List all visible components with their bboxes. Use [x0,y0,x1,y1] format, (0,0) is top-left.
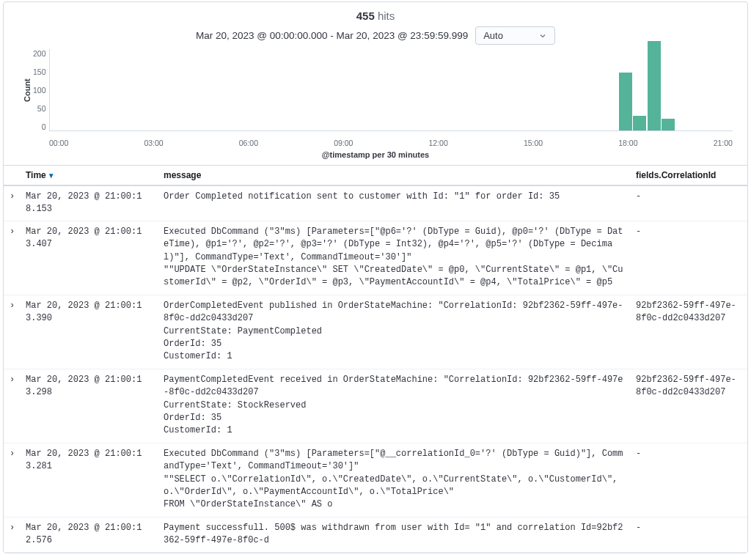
cell-message: PaymentCompletedEvent received in OrderS… [158,369,630,443]
table-row: ›Mar 20, 2023 @ 21:00:13.407Executed DbC… [4,221,747,295]
expand-row-toggle[interactable]: › [4,295,20,369]
y-axis-title: Count [21,49,33,131]
cell-time: Mar 20, 2023 @ 21:00:13.407 [20,221,158,295]
x-axis-title: @timestamp per 30 minutes [4,147,747,165]
table-row: ›Mar 20, 2023 @ 21:00:13.281Executed DbC… [4,443,747,517]
col-expand-header [4,166,20,186]
col-correlation-header[interactable]: fields.CorrelationId [630,166,747,186]
x-axis-ticks: 00:00 03:00 06:00 09:00 12:00 15:00 18:0… [4,136,747,147]
expand-row-toggle[interactable]: › [4,221,20,295]
expand-row-toggle[interactable]: › [4,185,20,221]
date-range: Mar 20, 2023 @ 00:00:00.000 - Mar 20, 20… [196,30,468,41]
table-row: ›Mar 20, 2023 @ 21:00:13.298PaymentCompl… [4,369,747,443]
chevron-down-icon [538,32,547,40]
interval-select[interactable]: Auto [475,26,555,45]
cell-time: Mar 20, 2023 @ 21:00:12.576 [20,517,158,552]
cell-correlation: 92bf2362-59ff-497e-8f0c-dd2c0433d207 [630,369,747,443]
cell-correlation: - [630,221,747,295]
histogram-chart[interactable]: Count 200 150 100 50 0 [4,49,747,136]
results-table: Time▼ message fields.CorrelationId ›Mar … [4,165,747,553]
expand-row-toggle[interactable]: › [4,517,20,552]
histogram-plot-area[interactable] [49,49,733,131]
cell-message: Payment successfull. 500$ was withdrawn … [158,517,630,552]
cell-correlation: - [630,443,747,517]
interval-selected-value: Auto [483,30,503,41]
table-row: ›Mar 20, 2023 @ 21:00:18.153Order Comple… [4,185,747,221]
cell-time: Mar 20, 2023 @ 21:00:13.390 [20,295,158,369]
histogram-bar[interactable] [619,73,632,130]
histogram-bar[interactable] [648,41,661,130]
cell-correlation: - [630,517,747,552]
histogram-bar[interactable] [633,116,646,130]
hits-label: hits [378,10,395,22]
cell-time: Mar 20, 2023 @ 21:00:13.281 [20,443,158,517]
table-row: ›Mar 20, 2023 @ 21:00:13.390OrderComplet… [4,295,747,369]
col-time-header[interactable]: Time▼ [20,166,158,186]
expand-row-toggle[interactable]: › [4,369,20,443]
cell-message: Order Completed notification sent to cus… [158,185,630,221]
histogram-bar[interactable] [662,119,675,130]
cell-message: Executed DbCommand ("3"ms) [Parameters=[… [158,221,630,295]
cell-correlation: 92bf2362-59ff-497e-8f0c-dd2c0433d207 [630,295,747,369]
table-header-row: Time▼ message fields.CorrelationId [4,166,747,186]
cell-message: OrderCompletedEvent published in OrderSt… [158,295,630,369]
chart-subheader: Mar 20, 2023 @ 00:00:00.000 - Mar 20, 20… [4,26,747,49]
cell-correlation: - [630,185,747,221]
hits-count: 455 [356,10,375,22]
cell-message: Executed DbCommand ("3"ms) [Parameters=[… [158,443,630,517]
y-axis-ticks: 200 150 100 50 0 [33,49,49,131]
expand-row-toggle[interactable]: › [4,443,20,517]
cell-time: Mar 20, 2023 @ 21:00:18.153 [20,185,158,221]
table-row: ›Mar 20, 2023 @ 21:00:12.576Payment succ… [4,517,747,552]
sort-desc-icon: ▼ [48,172,55,180]
discover-panel: 455 hits Mar 20, 2023 @ 00:00:00.000 - M… [3,1,748,553]
col-message-header[interactable]: message [158,166,630,186]
cell-time: Mar 20, 2023 @ 21:00:13.298 [20,369,158,443]
hits-summary: 455 hits [4,8,747,26]
